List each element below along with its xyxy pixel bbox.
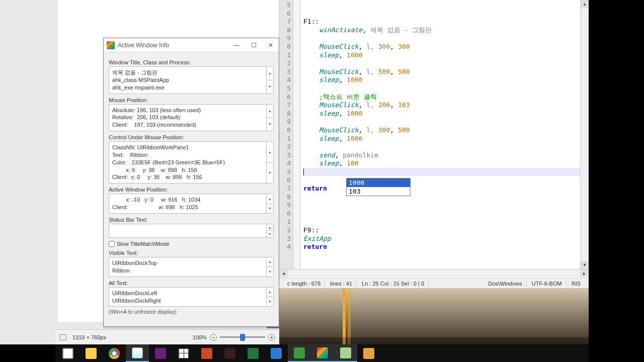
status-eol: Dos\Windows	[485, 281, 527, 287]
taskbar-tool[interactable]	[357, 344, 380, 362]
paint-zoom-control[interactable]: 100% − +	[193, 334, 275, 341]
active-window-info-window[interactable]: Active Window Info — ☐ ✕ Window Title, C…	[103, 38, 279, 327]
label-active-window: Active Window Position:	[109, 187, 274, 193]
box-control-under[interactable]: ClassNN: UIRibbonWorkPane1 Text: Ribbon …	[109, 141, 274, 184]
awi-app-icon	[107, 41, 115, 49]
autocomplete-item[interactable]: 103	[347, 187, 410, 196]
letterbox-right	[589, 0, 644, 362]
windows-taskbar[interactable]	[55, 344, 589, 362]
taskbar-chrome[interactable]	[103, 344, 126, 362]
box-all-text[interactable]: UIRibbonDockLeft UIRibbonDockRight▲▼	[109, 287, 274, 307]
taskbar-calculator[interactable]	[172, 344, 195, 362]
zoom-slider[interactable]	[220, 336, 265, 338]
taskbar-paint[interactable]	[126, 344, 149, 362]
editor-statusbar: c length : 678 lines : 41 Ln : 25 Col : …	[279, 278, 589, 288]
label-window-title: Window Title, Class and Process:	[109, 59, 274, 65]
taskbar-notepadpp[interactable]	[334, 344, 357, 362]
zoom-in-icon[interactable]: +	[268, 334, 275, 341]
taskbar-visualstudio[interactable]	[149, 344, 172, 362]
taskbar-explorer[interactable]	[79, 344, 103, 362]
editor-vscroll[interactable]: ▲ ▼	[580, 0, 589, 269]
status-length: c length : 678	[283, 281, 325, 287]
scroll-right-icon[interactable]: ►	[580, 269, 589, 278]
slow-title-label: Slow TitleMatchMode	[117, 241, 170, 247]
status-encoding: UTF-8-BOM	[528, 281, 567, 287]
awi-titlebar[interactable]: Active Window Info — ☐ ✕	[104, 38, 279, 52]
box-active-window[interactable]: x: -10 y: 0 w: 916 h: 1034 Client: w: 89…	[109, 194, 274, 214]
autocomplete-item-selected[interactable]: 1000	[347, 178, 410, 187]
editor-code-area[interactable]: F1:: winActivate, 제목 없음 - 그림판 MouseClick…	[300, 0, 589, 278]
taskbar-excel[interactable]	[242, 344, 265, 362]
slow-title-checkbox[interactable]: Slow TitleMatchMode	[109, 241, 274, 247]
taskbar-ahk[interactable]	[288, 344, 311, 362]
minimize-button[interactable]: —	[231, 42, 242, 49]
taskbar-powerpoint[interactable]	[195, 344, 218, 362]
label-status-bar: Status Bar Text:	[109, 217, 274, 223]
box-mouse-position[interactable]: Absolute: 196, 103 (less often used) Rel…	[109, 104, 274, 132]
paint-dims: 1319 × 760px	[72, 334, 106, 340]
scroll-left-icon[interactable]: ◄	[279, 269, 288, 278]
label-mouse-position: Mouse Position:	[109, 97, 274, 103]
label-all-text: All Text:	[109, 280, 274, 286]
zoom-out-icon[interactable]: −	[210, 334, 217, 341]
box-window-title[interactable]: 제목 없음 - 그림판 ahk_class MSPaintApp ahk_exe…	[109, 66, 274, 94]
awi-hint: (Win+A to unfreeze display)	[109, 309, 274, 315]
status-mode: INS	[568, 281, 585, 287]
editor-fold-column[interactable]	[293, 0, 300, 278]
scroll-up-icon[interactable]: ▲	[581, 0, 589, 9]
desktop-wallpaper-strip	[279, 288, 589, 344]
scroll-down-icon[interactable]: ▼	[581, 261, 589, 269]
editor-hscroll[interactable]: ◄ ►	[279, 269, 589, 278]
taskbar-kakao[interactable]	[218, 344, 242, 362]
box-visible-text[interactable]: UIRibbonDockTop Ribbon▲▼	[109, 257, 274, 277]
taskbar-taskview[interactable]	[56, 344, 79, 362]
label-visible-text: Visible Text:	[109, 250, 274, 256]
code-editor[interactable]: 567890123456789012345678901234 F1:: winA…	[279, 0, 589, 278]
label-control-under: Control Under Mouse Position:	[109, 134, 274, 140]
slow-title-input[interactable]	[109, 241, 115, 247]
paint-dims-icon	[59, 334, 66, 340]
paint-zoom-value: 100%	[193, 334, 207, 340]
status-position: Ln : 25 Col : 15 Sel : 0 | 0	[358, 281, 429, 287]
autocomplete-popup[interactable]: 1000 103	[346, 178, 411, 196]
paint-statusbar: 1319 × 760px 100% − +	[55, 329, 279, 344]
status-lines: lines : 41	[326, 281, 357, 287]
editor-gutter: 567890123456789012345678901234	[279, 0, 293, 278]
awi-title: Active Window Info	[118, 42, 231, 49]
awi-body: Window Title, Class and Process: 제목 없음 -…	[104, 52, 279, 319]
close-button[interactable]: ✕	[266, 42, 276, 49]
taskbar-app1[interactable]	[265, 344, 288, 362]
taskbar-ahk-spy[interactable]	[311, 344, 334, 362]
maximize-button[interactable]: ☐	[249, 42, 259, 49]
box-status-bar[interactable]: ▲▼	[109, 224, 274, 238]
